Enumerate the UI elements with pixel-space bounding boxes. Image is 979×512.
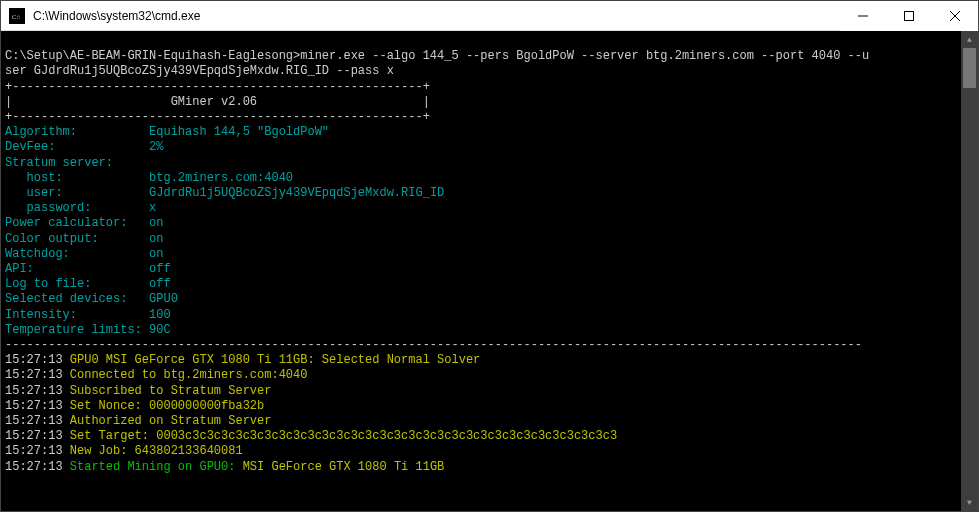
titlebar[interactable]: C:\ C:\Windows\system32\cmd.exe bbox=[1, 1, 978, 31]
svg-text:C:\: C:\ bbox=[12, 12, 21, 20]
log-line: 15:27:13 Connected to btg.2miners.com:40… bbox=[5, 368, 307, 382]
log-line: 15:27:13 Set Nonce: 0000000000fba32b bbox=[5, 399, 264, 413]
scroll-thumb[interactable] bbox=[963, 48, 976, 88]
log-line: 15:27:13 New Job: 643802133640081 bbox=[5, 444, 243, 458]
scroll-up-icon[interactable]: ▲ bbox=[961, 31, 978, 48]
close-button[interactable] bbox=[932, 1, 978, 31]
cfg-label: Log to file: off bbox=[5, 277, 171, 291]
cfg-label: Temperature limits: 90C bbox=[5, 323, 171, 337]
cmd-icon: C:\ bbox=[9, 8, 25, 24]
banner-border: +---------------------------------------… bbox=[5, 80, 430, 94]
scroll-track[interactable] bbox=[961, 48, 978, 494]
banner-title: | GMiner v2.06 | bbox=[5, 95, 430, 109]
cfg-label: Power calculator: on bbox=[5, 216, 163, 230]
svg-rect-3 bbox=[905, 11, 914, 20]
cfg-label: DevFee: 2% bbox=[5, 140, 163, 154]
cfg-label: password: x bbox=[5, 201, 156, 215]
log-line: 15:27:13 Started Mining on GPU0: MSI GeF… bbox=[5, 460, 444, 474]
cfg-label: user: GJdrdRu1j5UQBcoZSjy439VEpqdSjeMxdw… bbox=[5, 186, 444, 200]
log-line: 15:27:13 GPU0 MSI GeForce GTX 1080 Ti 11… bbox=[5, 353, 480, 367]
cmd-window: C:\ C:\Windows\system32\cmd.exe C:\Setup… bbox=[0, 0, 979, 512]
cfg-label: Algorithm: Equihash 144,5 "BgoldPoW" bbox=[5, 125, 329, 139]
cfg-label: Watchdog: on bbox=[5, 247, 163, 261]
minimize-button[interactable] bbox=[840, 1, 886, 31]
prompt-line: ser GJdrdRu1j5UQBcoZSjy439VEpqdSjeMxdw.R… bbox=[5, 64, 394, 78]
cfg-label: API: off bbox=[5, 262, 171, 276]
log-line: 15:27:13 Set Target: 0003c3c3c3c3c3c3c3c… bbox=[5, 429, 617, 443]
log-line: 15:27:13 Authorized on Stratum Server bbox=[5, 414, 271, 428]
content: C:\Setup\AE-BEAM-GRIN-Equihash-Eaglesong… bbox=[5, 49, 974, 475]
banner-border: +---------------------------------------… bbox=[5, 110, 430, 124]
scroll-down-icon[interactable]: ▼ bbox=[961, 494, 978, 511]
cfg-label: Stratum server: bbox=[5, 156, 113, 170]
cfg-label: Color output: on bbox=[5, 232, 163, 246]
log-line: 15:27:13 Subscribed to Stratum Server bbox=[5, 384, 271, 398]
cfg-label: host: btg.2miners.com:4040 bbox=[5, 171, 293, 185]
prompt-line: C:\Setup\AE-BEAM-GRIN-Equihash-Eaglesong… bbox=[5, 49, 869, 63]
window-title: C:\Windows\system32\cmd.exe bbox=[31, 9, 840, 23]
separator: ----------------------------------------… bbox=[5, 338, 862, 352]
vertical-scrollbar[interactable]: ▲ ▼ bbox=[961, 31, 978, 511]
cfg-label: Intensity: 100 bbox=[5, 308, 171, 322]
maximize-button[interactable] bbox=[886, 1, 932, 31]
window-controls bbox=[840, 1, 978, 31]
terminal-output[interactable]: C:\Setup\AE-BEAM-GRIN-Equihash-Eaglesong… bbox=[1, 31, 978, 511]
cfg-label: Selected devices: GPU0 bbox=[5, 292, 178, 306]
